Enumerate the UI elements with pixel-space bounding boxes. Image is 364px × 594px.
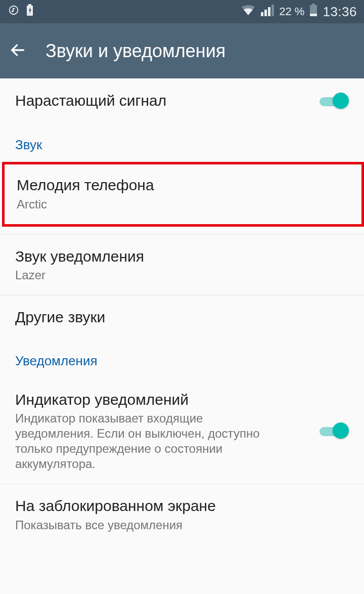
svg-rect-7 [271, 5, 274, 16]
app-bar: Звуки и уведомления [0, 23, 364, 78]
lock-screen-sub: Показывать все уведомления [15, 518, 349, 533]
battery-percent: 22 % [279, 5, 304, 18]
other-sounds-title: Другие звуки [15, 308, 349, 327]
svg-rect-8 [312, 4, 315, 5]
row-phone-ringtone[interactable]: Мелодия телефона Arctic [5, 164, 361, 224]
phone-ringtone-value: Arctic [17, 197, 348, 212]
page-title: Звуки и уведомления [46, 40, 225, 62]
status-right: 22 % 13:36 [241, 4, 357, 20]
battery-icon [309, 4, 317, 20]
lock-screen-title: На заблокированном экране [15, 496, 349, 516]
svg-point-1 [12, 10, 14, 12]
music-note-icon [8, 5, 19, 19]
svg-rect-10 [310, 14, 317, 16]
row-notification-led[interactable]: Индикатор уведомлений Индикатор показыва… [0, 378, 364, 485]
svg-rect-3 [28, 4, 31, 6]
row-rising-signal[interactable]: Нарастающий сигнал [0, 78, 364, 123]
svg-rect-6 [268, 7, 270, 16]
notification-sound-value: Lazer [15, 268, 349, 283]
phone-ringtone-title: Мелодия телефона [17, 176, 348, 195]
clock: 13:36 [323, 4, 357, 20]
row-lock-screen[interactable]: На заблокированном экране Показывать все… [0, 484, 364, 545]
row-notification-sound[interactable]: Звук уведомления Lazer [0, 235, 364, 296]
settings-list: Нарастающий сигнал Звук Мелодия телефона… [0, 78, 364, 545]
svg-rect-5 [264, 10, 267, 16]
battery-charging-icon [26, 4, 33, 19]
signal-icon [261, 4, 274, 19]
back-arrow-icon[interactable] [9, 41, 26, 61]
svg-rect-4 [261, 12, 263, 16]
notification-led-title: Индикатор уведомлений [15, 390, 308, 409]
notification-led-switch[interactable] [316, 420, 349, 441]
section-header-sound: Звук [0, 123, 364, 162]
notification-led-sub: Индикатор показывает входящие уведомлени… [15, 411, 278, 472]
section-header-notifications: Уведомления [0, 339, 364, 378]
rising-signal-switch[interactable] [316, 91, 349, 111]
notification-sound-title: Звук уведомления [15, 247, 349, 266]
status-bar: 22 % 13:36 [0, 0, 364, 23]
rising-signal-title: Нарастающий сигнал [15, 91, 308, 110]
row-other-sounds[interactable]: Другие звуки [0, 295, 364, 339]
highlight-ringtone: Мелодия телефона Arctic [2, 162, 364, 227]
wifi-icon [241, 4, 256, 19]
status-left [8, 4, 33, 19]
